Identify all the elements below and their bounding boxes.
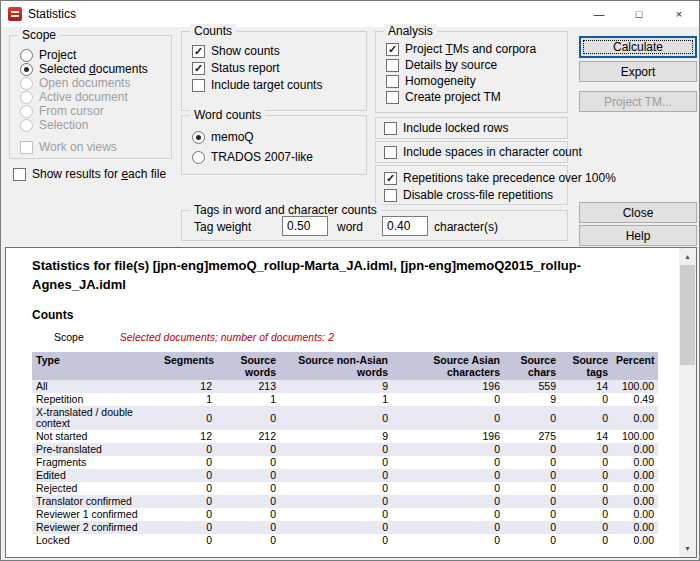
statistics-icon [8, 7, 22, 21]
radio-trados-2007-like[interactable]: TRADOS 2007-like [192, 150, 313, 164]
checkbox-icon[interactable] [386, 59, 399, 72]
table-cell: 0 [280, 508, 392, 521]
radio-memoq[interactable]: memoQ [192, 130, 313, 144]
scroll-down-icon[interactable]: ▼ [679, 540, 696, 557]
checkbox-icon[interactable] [384, 122, 397, 135]
table-cell: 0 [560, 508, 612, 521]
title-bar: Statistics — □ × [1, 1, 699, 27]
table-cell: 0 [280, 406, 392, 430]
radio-selected-documents[interactable]: Selected documents [20, 62, 148, 76]
table-cell: 0 [216, 456, 280, 469]
option-label: TRADOS 2007-like [211, 150, 313, 164]
option-label: Selected documents [39, 62, 148, 76]
option-label: Status report [211, 61, 280, 75]
option-label: Project TMs and corpora [405, 42, 536, 56]
table-cell: 1 [160, 393, 216, 406]
help-button[interactable]: Help [579, 225, 697, 246]
maximize-icon[interactable]: □ [619, 1, 659, 27]
table-cell: 196 [392, 430, 504, 443]
checkbox-icon[interactable] [386, 91, 399, 104]
work-on-views-option: Work on views [20, 140, 117, 154]
results-scrollbar[interactable]: ▲ ▼ [679, 248, 696, 557]
table-cell: 0 [280, 469, 392, 482]
table-cell: 0 [160, 456, 216, 469]
table-cell: 0 [216, 508, 280, 521]
window-title: Statistics [28, 7, 76, 21]
table-row: Edited0000000.00 [32, 469, 658, 482]
checkbox-homogeneity[interactable]: Homogeneity [386, 74, 536, 88]
checkbox-icon[interactable] [192, 45, 205, 58]
radio-button-icon[interactable] [20, 63, 33, 76]
counts-heading: Counts [32, 308, 673, 322]
minimize-icon[interactable]: — [579, 1, 619, 27]
option-label: Work on views [39, 140, 117, 154]
table-cell: 9 [280, 430, 392, 443]
close-button[interactable]: Close [579, 202, 697, 223]
scroll-thumb[interactable] [680, 265, 695, 365]
checkbox-show-results-for-each-file[interactable]: Show results for each file [13, 167, 166, 181]
radio-button-icon[interactable] [192, 151, 205, 164]
export-button[interactable]: Export [579, 61, 697, 82]
checkbox-disable-cross-file-repetitions[interactable]: Disable cross-file repetitions [384, 188, 616, 202]
radio-button-icon[interactable] [20, 49, 33, 62]
checkbox-icon[interactable] [13, 168, 26, 181]
checkbox-include-locked-rows[interactable]: Include locked rows [384, 121, 508, 135]
checkbox-icon[interactable] [192, 62, 205, 75]
table-cell: Fragments [32, 456, 160, 469]
checkbox-icon[interactable] [384, 172, 397, 185]
radio-button-icon[interactable] [192, 131, 205, 144]
calculate-button[interactable]: Calculate [579, 36, 697, 58]
table-cell: 0 [560, 406, 612, 430]
checkbox-details-by-source[interactable]: Details by source [386, 58, 536, 72]
scope-group-label: Scope [18, 28, 60, 42]
table-cell: 0 [560, 521, 612, 534]
checkbox-icon[interactable] [384, 189, 397, 202]
counts-group-label: Counts [190, 24, 236, 38]
checkbox-create-project-tm[interactable]: Create project TM [386, 90, 536, 104]
checkbox-icon[interactable] [386, 75, 399, 88]
table-cell: 0 [216, 534, 280, 547]
tag-weight-char-input[interactable] [382, 216, 428, 236]
table-cell: 196 [392, 380, 504, 393]
column-header: Segments [160, 352, 216, 380]
table-cell: 0 [216, 521, 280, 534]
checkbox-show-counts[interactable]: Show counts [192, 44, 322, 58]
table-cell: 9 [280, 380, 392, 393]
table-cell: 275 [504, 430, 560, 443]
table-cell: 0 [560, 469, 612, 482]
checkbox-icon[interactable] [384, 146, 397, 159]
table-row: Reviewer 2 confirmed0000000.00 [32, 521, 658, 534]
word-counts-group: Word counts memoQTRADOS 2007-like [181, 115, 367, 175]
table-cell: Translator confirmed [32, 495, 160, 508]
counts-options: Show countsStatus reportInclude target c… [192, 44, 322, 92]
checkbox-project-tms-and-corpora[interactable]: Project TMs and corpora [386, 42, 536, 56]
option-label: Selection [39, 118, 88, 132]
scroll-up-icon[interactable]: ▲ [679, 248, 696, 265]
column-header: Source chars [504, 352, 560, 380]
table-row: X-translated / double context0000000.00 [32, 406, 658, 430]
table-cell: 0 [504, 508, 560, 521]
scope-options: ProjectSelected documentsOpen documentsA… [20, 48, 148, 132]
table-cell: 100.00 [612, 430, 658, 443]
option-label: Project [39, 48, 76, 62]
checkbox-include-target-counts[interactable]: Include target counts [192, 78, 322, 92]
table-cell: 0 [504, 495, 560, 508]
tag-weight-word-input[interactable] [282, 216, 328, 236]
checkbox-icon[interactable] [386, 43, 399, 56]
table-cell: 0.49 [612, 393, 658, 406]
table-cell: 0 [392, 456, 504, 469]
checkbox-repetitions-take-precedence-over-100[interactable]: Repetitions take precedence over 100% [384, 171, 616, 185]
option-label: Homogeneity [405, 74, 476, 88]
checkbox-icon[interactable] [192, 79, 205, 92]
close-icon[interactable]: × [659, 1, 699, 27]
radio-project[interactable]: Project [20, 48, 148, 62]
table-cell: 0 [504, 406, 560, 430]
scope-summary-value: Selected documents; number of documents:… [120, 331, 334, 343]
table-cell: 0.00 [612, 456, 658, 469]
checkbox-include-spaces-in-character-count[interactable]: Include spaces in character count [384, 145, 582, 159]
word-unit-label: word [337, 220, 363, 234]
checkbox-status-report[interactable]: Status report [192, 61, 322, 75]
scope-summary-line: Scope Selected documents; number of docu… [32, 331, 673, 343]
option-label: Show results for each file [32, 167, 166, 181]
table-cell: 0 [280, 534, 392, 547]
